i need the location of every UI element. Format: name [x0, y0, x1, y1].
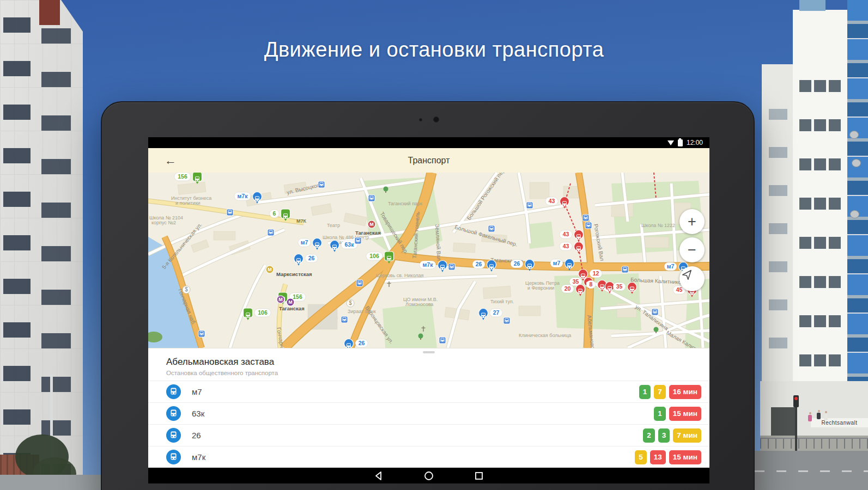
back-triangle-icon[interactable] — [373, 470, 384, 481]
svg-text:35: 35 — [573, 278, 579, 285]
svg-text:М: М — [369, 222, 374, 227]
map-marker-stop[interactable] — [356, 280, 363, 286]
map-marker-stop[interactable] — [268, 229, 274, 236]
zoom-out-button[interactable]: − — [679, 237, 705, 262]
svg-text:м7к: м7к — [238, 193, 248, 199]
map-label: и Февронии — [527, 285, 554, 291]
svg-text:26: 26 — [308, 255, 315, 261]
map-label: Таганская — [355, 230, 381, 236]
window-column — [769, 82, 787, 376]
recents-square-icon[interactable] — [474, 470, 484, 481]
map-canvas[interactable]: ул. Высоцкого5-я Котельническая ул.Гонча… — [148, 173, 709, 348]
tablet-screen: 12:00 ← Транспорт — [148, 137, 709, 483]
tablet-device: 12:00 ← Транспорт — [101, 101, 755, 490]
map-marker-stop[interactable] — [198, 330, 205, 337]
map-marker-metro: М — [287, 298, 294, 306]
route-row[interactable]: 63к115 мин — [148, 402, 709, 424]
street-scene-left — [0, 370, 101, 490]
drag-handle[interactable] — [423, 351, 435, 353]
right-apartment-building: Rechtsanwalt — [760, 0, 868, 490]
lane-marking — [755, 470, 868, 472]
map-marker-stop[interactable] — [355, 237, 361, 244]
map-label: Школа № 1222 — [641, 223, 675, 228]
map-marker-stop[interactable] — [488, 225, 495, 232]
map-marker-metro: М — [266, 266, 274, 273]
satellite-dish — [849, 131, 859, 139]
svg-text:м7: м7 — [301, 239, 308, 246]
map-marker-stop[interactable] — [318, 181, 325, 188]
rechtsanwalt-sign: Rechtsanwalt — [811, 418, 868, 427]
svg-text:27: 27 — [493, 309, 500, 316]
map-marker-stop[interactable] — [526, 202, 533, 209]
svg-text:26: 26 — [359, 340, 365, 346]
app-title: Транспорт — [148, 156, 709, 166]
status-bar: 12:00 — [148, 137, 709, 148]
locate-button[interactable] — [679, 266, 705, 291]
building-main-face — [793, 30, 847, 381]
svg-text:$: $ — [349, 300, 352, 306]
map-label: корпус №2 — [151, 220, 176, 225]
svg-text:106: 106 — [369, 253, 379, 259]
bus-route-icon — [166, 450, 181, 464]
svg-text:35: 35 — [616, 283, 623, 290]
promo-page: Rechtsanwalt Движение и остановки трансп… — [0, 0, 868, 490]
svg-text:м7: м7 — [553, 260, 561, 266]
eta-badge-green: 3 — [658, 428, 670, 443]
home-circle-icon[interactable] — [423, 470, 434, 481]
status-time: 12:00 — [687, 139, 703, 146]
map-view[interactable]: ул. Высоцкого5-я Котельническая ул.Гонча… — [148, 173, 709, 348]
map-marker-dollar: $ — [183, 286, 190, 293]
svg-text:26: 26 — [476, 261, 482, 267]
map-marker-stop[interactable] — [368, 195, 375, 201]
badge-group: 51315 мин — [635, 450, 701, 464]
app-header: ← Транспорт — [148, 148, 709, 173]
badge-group: 1716 мин — [639, 385, 701, 399]
map-label: Ломоносова — [405, 302, 433, 307]
battery-icon — [678, 139, 683, 146]
eta-badge-yellow: 5 — [635, 450, 647, 464]
zoom-in-button[interactable]: + — [679, 209, 705, 234]
eta-badge-red: 16 мин — [669, 385, 701, 399]
route-list: м71716 мин63к115 мин26237 минм7к51315 ми… — [148, 381, 709, 468]
eta-badge-green: 1 — [654, 407, 666, 421]
map-marker-stop[interactable] — [622, 266, 628, 273]
route-number: 26 — [192, 431, 643, 440]
svg-text:20: 20 — [564, 285, 571, 292]
wifi-icon — [667, 140, 674, 145]
eta-badge-yellow: 7 — [654, 385, 666, 399]
route-row[interactable]: 26237 мин — [148, 424, 709, 446]
svg-text:45: 45 — [676, 286, 683, 293]
map-marker-stop[interactable] — [585, 222, 592, 229]
route-row[interactable]: м7к51315 мин — [148, 446, 709, 468]
map-marker-stop[interactable] — [227, 209, 233, 216]
stop-type: Остановка общественного транспорта — [166, 370, 709, 376]
svg-text:$: $ — [185, 286, 188, 292]
map-label: и политики — [175, 200, 201, 206]
hero-title: Движение и остановки транспорта — [0, 38, 868, 62]
map-label: Марксистская — [276, 271, 312, 277]
map-marker-stop[interactable] — [582, 215, 589, 221]
svg-text:156: 156 — [178, 173, 187, 180]
svg-text:43: 43 — [549, 198, 555, 204]
svg-text:106: 106 — [258, 309, 268, 316]
back-arrow-icon[interactable]: ← — [165, 155, 177, 167]
route-number: 63к — [192, 409, 654, 418]
building-side-face — [762, 64, 794, 381]
android-nav-bar — [148, 468, 709, 483]
map-marker-stop[interactable] — [341, 316, 348, 323]
satellite-dish — [850, 210, 859, 218]
building-top — [793, 10, 847, 30]
window-grid — [799, 80, 841, 377]
satellite-dish — [852, 159, 861, 167]
map-marker-stop[interactable] — [503, 317, 510, 324]
map-label: Таганская — [279, 305, 305, 311]
rooftop-glass — [799, 0, 825, 11]
stop-bottom-sheet[interactable]: Абельмановская застава Остановка обществ… — [148, 348, 709, 468]
map-marker-stop[interactable] — [439, 337, 446, 344]
badge-group: 237 мин — [643, 428, 701, 443]
svg-text:43: 43 — [563, 231, 569, 237]
map-marker-stop[interactable] — [652, 309, 658, 315]
map-label: Зираат Банк — [348, 309, 376, 314]
route-row[interactable]: м71716 мин — [148, 381, 709, 402]
map-marker-stop[interactable] — [448, 264, 455, 270]
